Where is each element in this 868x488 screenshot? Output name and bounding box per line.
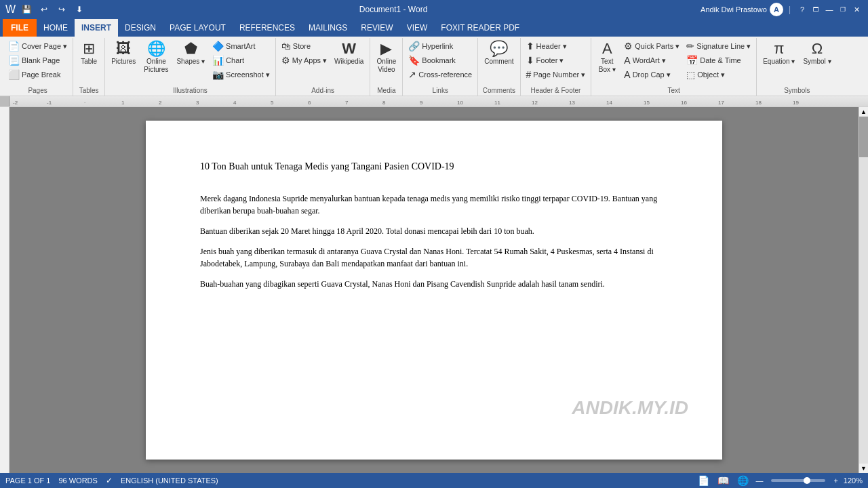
- page-indicator[interactable]: PAGE 1 OF 1: [5, 476, 50, 485]
- table-btn[interactable]: ⊞ Table: [76, 39, 102, 68]
- text-box-btn[interactable]: A TextBox ▾: [594, 39, 620, 76]
- user-avatar[interactable]: A: [770, 3, 783, 16]
- tab-insert[interactable]: INSERT: [75, 19, 118, 37]
- pages-buttons: 📄 Cover Page ▾ 📃 Blank Page ⬜ Page Break: [5, 39, 70, 85]
- proofing-icon[interactable]: ✓: [106, 476, 113, 485]
- tab-mailings[interactable]: MAILINGS: [302, 19, 354, 37]
- online-video-btn[interactable]: ▶ OnlineVideo: [373, 39, 399, 76]
- web-layout-btn[interactable]: 🌐: [736, 475, 750, 486]
- blank-page-btn[interactable]: 📃 Blank Page: [5, 54, 62, 67]
- hyperlink-btn[interactable]: 🔗 Hyperlink: [406, 39, 475, 53]
- comment-label: Comment: [484, 58, 513, 66]
- print-layout-btn[interactable]: 📄: [696, 475, 711, 486]
- ruler-container: -2 -1 · 1 2 3 4 5 6 7 8 9 10 11 12 13 14…: [0, 96, 868, 107]
- online-video-label: OnlineVideo: [376, 58, 396, 74]
- table-icon: ⊞: [83, 41, 95, 56]
- title-bar: W 💾 ↩ ↪ ⬇ Document1 - Word Andik Dwi Pra…: [0, 0, 868, 19]
- save-qat-btn[interactable]: 💾: [20, 3, 33, 16]
- right-scrollbar[interactable]: ▲ ▼: [859, 107, 868, 473]
- page-number-btn[interactable]: # Page Number ▾: [524, 68, 589, 81]
- ruler-num-8: 8: [382, 100, 385, 106]
- read-mode-btn[interactable]: 📖: [716, 475, 730, 486]
- document-page[interactable]: 10 Ton Buah untuk Tenaga Medis yang Tang…: [146, 121, 722, 460]
- restore-btn[interactable]: 🗖: [810, 3, 822, 16]
- pictures-btn[interactable]: 🖼 Pictures: [108, 39, 139, 68]
- left-ruler: [0, 107, 9, 473]
- object-btn[interactable]: ⬚ Object ▾: [684, 68, 753, 81]
- word-count[interactable]: 96 WORDS: [58, 476, 97, 485]
- text-group-label: Text: [594, 85, 753, 94]
- ribbon-group-header-footer: ⬆ Header ▾ ⬇ Footer ▾ # Page Number ▾ He…: [521, 38, 592, 96]
- zoom-thumb[interactable]: [804, 477, 810, 484]
- ruler-num-15: 15: [644, 100, 650, 106]
- online-pictures-btn[interactable]: 🌐 OnlinePictures: [140, 39, 172, 76]
- symbol-btn[interactable]: Ω Symbol ▾: [800, 39, 834, 68]
- ribbon-group-media: ▶ OnlineVideo Media: [370, 38, 403, 96]
- bookmark-icon: 🔖: [408, 55, 420, 66]
- zoom-out-btn[interactable]: —: [755, 476, 763, 485]
- cross-reference-btn[interactable]: ↗ Cross-reference: [406, 68, 475, 81]
- page-break-label: Page Break: [22, 70, 60, 79]
- wordart-btn[interactable]: A WordArt ▾: [621, 54, 682, 67]
- page-break-icon: ⬜: [8, 69, 20, 80]
- redo-qat-btn[interactable]: ↪: [55, 3, 68, 16]
- tables-group-label: Tables: [76, 85, 102, 94]
- store-icon: 🛍: [281, 41, 291, 52]
- scroll-area[interactable]: 10 Ton Buah untuk Tenaga Medis yang Tang…: [9, 107, 859, 473]
- minimize-btn[interactable]: —: [823, 3, 835, 16]
- zoom-level[interactable]: 120%: [844, 476, 863, 485]
- tab-design[interactable]: DESIGN: [118, 19, 163, 37]
- tab-foxit[interactable]: FOXIT READER PDF: [434, 19, 526, 37]
- maximize-btn[interactable]: ❐: [837, 3, 849, 16]
- footer-btn[interactable]: ⬇ Footer ▾: [524, 54, 589, 67]
- signature-line-btn[interactable]: ✏ Signature Line ▾: [684, 39, 753, 53]
- scroll-thumb[interactable]: [859, 117, 868, 157]
- screenshot-btn[interactable]: 📷 Screenshot ▾: [210, 68, 273, 81]
- object-label: Object ▾: [697, 70, 725, 79]
- ruler-side-left: [0, 96, 9, 106]
- quick-parts-btn[interactable]: ⚙ Quick Parts ▾: [621, 39, 682, 53]
- zoom-slider[interactable]: [771, 479, 825, 482]
- tables-buttons: ⊞ Table: [76, 39, 102, 85]
- shapes-btn[interactable]: ⬟ Shapes ▾: [173, 39, 208, 68]
- page-break-btn[interactable]: ⬜ Page Break: [5, 68, 63, 81]
- tab-review[interactable]: REVIEW: [354, 19, 399, 37]
- cross-reference-label: Cross-reference: [418, 70, 472, 79]
- quick-parts-icon: ⚙: [624, 41, 633, 52]
- text-box-icon: A: [602, 41, 612, 56]
- symbols-buttons: π Equation ▾ Ω Symbol ▾: [760, 39, 834, 85]
- drop-cap-btn[interactable]: A Drop Cap ▾: [621, 68, 682, 81]
- scroll-track[interactable]: [859, 117, 868, 464]
- cover-page-btn[interactable]: 📄 Cover Page ▾: [5, 39, 70, 53]
- store-btn[interactable]: 🛍 Store: [279, 39, 330, 53]
- close-btn[interactable]: ✕: [850, 3, 863, 16]
- language-indicator[interactable]: ENGLISH (UNITED STATES): [121, 476, 218, 485]
- chart-btn[interactable]: 📊 Chart: [210, 54, 273, 67]
- addins-group-label: Add-ins: [279, 85, 368, 94]
- smartart-btn[interactable]: 🔷 SmartArt: [210, 39, 273, 53]
- ribbon: 📄 Cover Page ▾ 📃 Blank Page ⬜ Page Break…: [0, 37, 868, 96]
- wikipedia-btn[interactable]: W Wikipedia: [331, 39, 367, 68]
- shapes-label: Shapes ▾: [176, 58, 205, 66]
- my-apps-btn[interactable]: ⚙ My Apps ▾: [279, 54, 330, 67]
- tab-home[interactable]: HOME: [37, 19, 75, 37]
- header-btn[interactable]: ⬆ Header ▾: [524, 39, 589, 53]
- date-time-btn[interactable]: 📅 Date & Time: [684, 54, 753, 67]
- comment-btn[interactable]: 💬 Comment: [481, 39, 517, 68]
- tab-page-layout[interactable]: PAGE LAYOUT: [163, 19, 233, 37]
- qat-more-btn[interactable]: ⬇: [73, 3, 86, 16]
- scroll-down-btn[interactable]: ▼: [859, 464, 869, 473]
- undo-qat-btn[interactable]: ↩: [37, 3, 51, 16]
- zoom-in-btn[interactable]: +: [833, 476, 837, 485]
- bookmark-btn[interactable]: 🔖 Bookmark: [406, 54, 475, 67]
- tab-references[interactable]: REFERENCES: [233, 19, 302, 37]
- ribbon-group-tables: ⊞ Table Tables: [73, 38, 105, 96]
- scroll-up-btn[interactable]: ▲: [859, 107, 869, 117]
- tab-file[interactable]: FILE: [3, 19, 37, 37]
- tab-view[interactable]: VIEW: [400, 19, 435, 37]
- document-heading: 10 Ton Buah untuk Tenaga Medis yang Tang…: [200, 161, 675, 172]
- chart-label: Chart: [226, 56, 244, 64]
- equation-btn[interactable]: π Equation ▾: [760, 39, 798, 68]
- comments-buttons: 💬 Comment: [481, 39, 517, 85]
- help-btn[interactable]: ?: [796, 3, 808, 16]
